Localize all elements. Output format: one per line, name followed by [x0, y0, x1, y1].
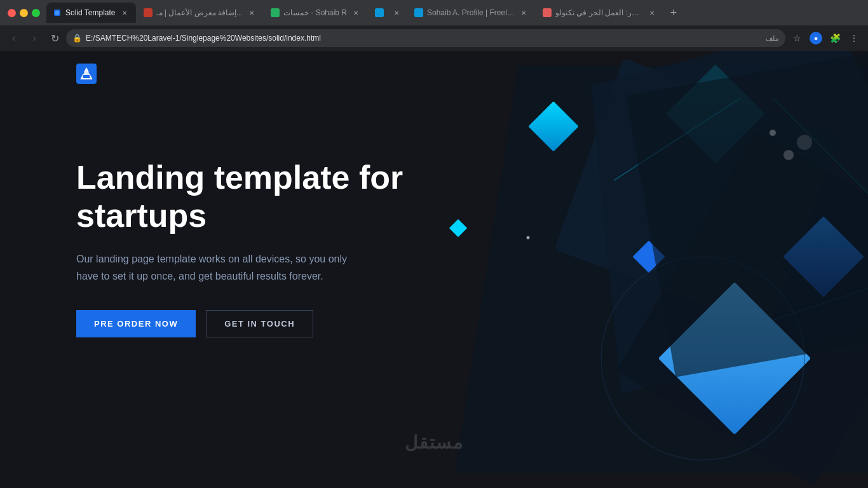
profile-icon: ●: [810, 32, 822, 44]
svg-rect-5: [414, 8, 423, 17]
svg-rect-4: [375, 8, 384, 17]
hero-title-line2: startups: [76, 197, 207, 234]
svg-rect-6: [543, 8, 552, 17]
tab-favicon-portfolio: [144, 8, 153, 17]
hero-content: Landing template for startups Our landin…: [76, 159, 403, 337]
toolbar-icons: ☆ ● 🧩 ⋮: [788, 29, 863, 47]
reload-button[interactable]: ↻: [46, 29, 64, 47]
tab-label-solid: Solid Template: [65, 8, 116, 17]
tab-label-portfolio: إضافة معرض الأعمال | مـ...: [156, 8, 243, 17]
browser-menu-button[interactable]: ⋮: [845, 29, 863, 47]
pre-order-button[interactable]: PRE ORDER NOW: [76, 310, 196, 337]
svg-rect-8: [554, 58, 839, 328]
back-icon: ‹: [12, 32, 15, 44]
profile-button[interactable]: ●: [807, 29, 825, 47]
forward-button[interactable]: ›: [25, 29, 43, 47]
svg-line-18: [773, 288, 868, 320]
address-bar-row: ‹ › ↻ 🔒 E:/SAMTECH%20Laravel-1/Singlepag…: [0, 25, 868, 51]
forward-icon: ›: [32, 32, 36, 44]
hero-title-line1: Landing template for: [76, 159, 403, 196]
svg-point-19: [601, 257, 804, 460]
tab-favicon-khamsat: [271, 8, 280, 17]
tab-label-fl: Sohaib A. Profile | Freelancer: [427, 8, 515, 17]
svg-marker-12: [542, 51, 868, 394]
tab-close-khamsat[interactable]: ✕: [351, 8, 361, 18]
svg-point-25: [527, 236, 530, 240]
hero-title: Landing template for startups: [76, 159, 403, 235]
bookmark-button[interactable]: ☆: [788, 29, 806, 47]
tab-favicon-solid: [53, 8, 62, 17]
tab-portfolio[interactable]: إضافة معرض الأعمال | مـ... ✕: [137, 3, 263, 23]
new-tab-button[interactable]: +: [665, 4, 682, 22]
svg-rect-11: [666, 64, 765, 163]
website-content: Landing template for startups Our landin…: [0, 51, 868, 488]
hero-buttons: PRE ORDER NOW GET IN TOUCH: [76, 310, 403, 337]
puzzle-icon: 🧩: [830, 33, 841, 43]
star-icon: ☆: [793, 33, 801, 43]
tab-close-portfolio[interactable]: ✕: [247, 8, 257, 18]
tab-close-moqrr[interactable]: ✕: [647, 8, 657, 18]
svg-rect-14: [658, 282, 811, 435]
tab-bar: Solid Template ✕ إضافة معرض الأعمال | مـ…: [0, 0, 868, 25]
svg-rect-13: [616, 129, 868, 485]
svg-point-22: [797, 135, 812, 150]
svg-point-20: [770, 130, 776, 136]
tab-freelancer5[interactable]: 5 ✕: [369, 3, 407, 23]
file-label: ملف: [766, 34, 779, 43]
tab-favicon-fl5: [375, 8, 384, 17]
svg-rect-16: [633, 241, 665, 273]
watermark: مستقل: [405, 432, 464, 453]
tab-favicon-fl: [414, 8, 423, 17]
address-bar[interactable]: 🔒 E:/SAMTECH%20Laravel-1/Singlepage%20We…: [66, 29, 785, 47]
svg-marker-24: [626, 51, 868, 377]
window-maximize-btn[interactable]: [32, 9, 40, 17]
get-in-touch-button[interactable]: GET IN TOUCH: [206, 310, 313, 337]
lock-icon: 🔒: [72, 34, 82, 43]
window-controls: [3, 9, 45, 17]
window-close-btn[interactable]: [8, 9, 16, 17]
svg-rect-3: [271, 8, 280, 17]
logo-icon: [76, 64, 97, 84]
svg-line-17: [614, 98, 741, 180]
tab-close-solid[interactable]: ✕: [119, 8, 130, 18]
logo-area: [76, 64, 97, 84]
svg-rect-9: [528, 101, 578, 151]
url-text: E:/SAMTECH%20Laravel-1/Singlepage%20Webs…: [86, 34, 759, 43]
svg-rect-1: [55, 11, 59, 15]
tab-label-khamsat: خمسات - Sohaib R: [283, 8, 347, 17]
tab-favicon-moqrr: [543, 8, 552, 17]
svg-marker-7: [455, 66, 868, 473]
tab-close-fl5[interactable]: ✕: [391, 8, 402, 18]
tab-khamsat[interactable]: خمسات - Sohaib R ✕: [264, 3, 367, 23]
hero-subtitle: Our landing page template works on all d…: [76, 250, 356, 285]
decorative-background: [391, 51, 868, 488]
menu-icon: ⋮: [850, 33, 858, 43]
svg-rect-2: [144, 8, 153, 17]
tab-close-fl[interactable]: ✕: [519, 8, 529, 18]
browser-window: Solid Template ✕ إضافة معرض الأعمال | مـ…: [0, 0, 868, 51]
reload-icon: ↻: [51, 32, 59, 44]
svg-point-21: [783, 150, 794, 160]
svg-rect-15: [783, 216, 864, 297]
extensions-button[interactable]: 🧩: [826, 29, 844, 47]
svg-rect-10: [449, 219, 467, 237]
window-minimize-btn[interactable]: [20, 9, 28, 17]
tab-label-moqrr: المقرر: العمل الحر في تكنولو...: [555, 8, 643, 17]
svg-line-23: [773, 98, 868, 193]
back-button[interactable]: ‹: [5, 29, 23, 47]
tab-moqrr[interactable]: المقرر: العمل الحر في تكنولو... ✕: [536, 3, 663, 23]
tab-freelancer[interactable]: Sohaib A. Profile | Freelancer ✕: [408, 3, 535, 23]
tab-solid-template[interactable]: Solid Template ✕: [46, 3, 136, 23]
